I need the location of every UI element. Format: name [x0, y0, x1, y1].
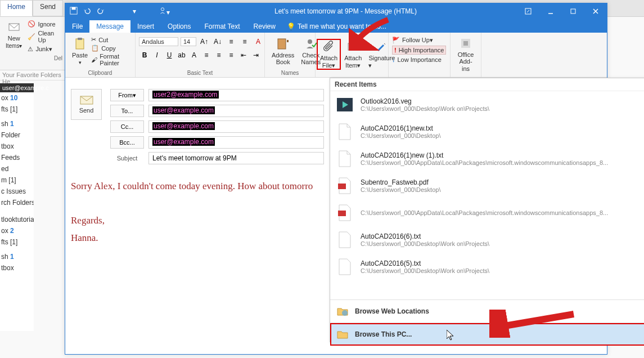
underline-button[interactable]: U	[164, 50, 175, 61]
font-color-button[interactable]: A	[253, 36, 264, 47]
format-text-tab[interactable]: Format Text	[197, 20, 246, 33]
shrink-font-button[interactable]: A↓	[212, 36, 223, 47]
subject-field[interactable]	[148, 152, 324, 164]
folder-item[interactable]: sh 1	[0, 118, 34, 129]
redo-icon[interactable]	[97, 7, 105, 16]
bcc-field[interactable]: user@example.com	[148, 136, 324, 149]
touch-mode-icon[interactable]: ▾	[159, 7, 170, 16]
svg-rect-10	[287, 40, 289, 42]
recent-item[interactable]: AutoCAD2016(1)new.txtC:\Users\xworl_000\…	[330, 118, 644, 145]
message-body[interactable]: Sorry Alex, I couldn't come today evenin…	[71, 178, 330, 247]
bcc-button[interactable]: Bcc...	[110, 136, 144, 149]
send-tab[interactable]: Send	[33, 0, 63, 16]
folder-item[interactable]: tbox	[0, 141, 34, 152]
account-1[interactable]: user@example.c	[0, 83, 34, 92]
new-items-button[interactable]: New Items▾	[2, 19, 25, 54]
svg-rect-6	[571, 9, 575, 14]
junk-button[interactable]: ⚠Junk▾	[25, 44, 62, 54]
format-painter-button[interactable]: 🖌 Format Painter	[91, 52, 132, 67]
to-button[interactable]: To...	[110, 105, 144, 117]
align-center-button[interactable]: ≡	[213, 50, 224, 61]
cc-button[interactable]: Cc...	[110, 120, 144, 133]
cleanup-button[interactable]: 🧹Clean Up	[25, 29, 62, 44]
svg-rect-15	[463, 41, 468, 46]
save-icon[interactable]	[70, 7, 78, 16]
ignore-button[interactable]: 🚫Ignore	[25, 19, 62, 29]
svg-rect-2	[72, 7, 76, 9]
folder-item[interactable]: ox 2	[0, 225, 34, 236]
svg-point-11	[308, 39, 312, 44]
ribbon: Paste ▾ ✂ Cut 📋 Copy 🖌 Format Painter Cl…	[65, 33, 607, 78]
qat-dropdown-icon[interactable]: ▾	[133, 7, 136, 15]
from-field[interactable]: user2@example.com	[148, 89, 324, 101]
folder-item[interactable]: c Issues	[0, 186, 34, 197]
web-folder-icon	[337, 306, 348, 317]
indent-more-button[interactable]: ⇥	[250, 50, 262, 61]
highlight-button[interactable]: ab	[176, 50, 187, 61]
recent-item[interactable]: AutoCAD2016(6).txtC:\Users\xworl_000\Des…	[330, 226, 644, 253]
numbering-button[interactable]: ≡	[239, 36, 250, 47]
low-importance-button[interactable]: ↓ Low Importance	[392, 56, 442, 64]
high-importance-button[interactable]: ! High Importance	[392, 46, 446, 55]
folder-icon	[337, 329, 348, 340]
folder-item[interactable]: ox 10	[0, 92, 34, 104]
recent-item[interactable]: Subentro_Fastweb.pdfC:\Users\xworl_000\D…	[330, 172, 644, 199]
folder-item[interactable]: rch Folders	[0, 197, 34, 208]
align-left-button[interactable]: ≡	[201, 50, 212, 61]
home-tab[interactable]: Home	[0, 0, 33, 16]
account-2[interactable]: tlooktutorial2@aol	[0, 214, 34, 225]
folder-item[interactable]: fts [1]	[0, 236, 34, 248]
file-tab[interactable]: File	[65, 20, 89, 33]
attach-file-button[interactable]: Attach File▾	[317, 39, 341, 69]
clipboard-group-label: Clipboard	[69, 69, 132, 76]
address-book-button[interactable]: Address Book	[268, 36, 298, 66]
font-name-select[interactable]: Andalus	[139, 37, 178, 46]
italic-button[interactable]: I	[151, 50, 163, 61]
options-tab[interactable]: Options	[161, 20, 197, 33]
message-tab[interactable]: Message	[89, 20, 130, 33]
bold-button[interactable]: B	[139, 50, 150, 61]
browse-pc-button[interactable]: Browse This PC...	[330, 323, 644, 346]
mouse-cursor-icon	[447, 330, 456, 341]
copy-button[interactable]: 📋 Copy	[91, 44, 132, 52]
main-toolbar-fragment: New Items▾ 🚫Ignore 🧹Clean Up ⚠Junk▾ Del	[0, 17, 65, 70]
review-tab[interactable]: Review	[247, 20, 282, 33]
folder-item[interactable]: fts [1]	[0, 104, 34, 115]
annotation-arrow-2	[489, 310, 579, 338]
ribbon-tabs: File Message Insert Options Format Text …	[65, 19, 607, 33]
recent-item[interactable]: AutoCAD2016(1)new (1).txtC:\Users\xworl_…	[330, 145, 644, 172]
svg-point-3	[161, 7, 164, 10]
folder-item[interactable]: tbox	[0, 262, 34, 274]
folder-item[interactable]: Feeds	[0, 152, 34, 163]
undo-icon[interactable]	[83, 7, 91, 16]
to-field[interactable]: user@example.com	[148, 105, 324, 117]
folder-item[interactable]: sh 1	[0, 251, 34, 262]
font-color2-button[interactable]: A	[188, 50, 200, 61]
folder-item[interactable]: Folder	[0, 129, 34, 141]
close-button[interactable]	[584, 3, 607, 19]
minimize-button[interactable]	[539, 3, 562, 19]
indent-less-button[interactable]: ⇤	[238, 50, 249, 61]
recent-item[interactable]: Outlook2016.vegC:\Users\xworl_000\Deskto…	[330, 91, 644, 118]
folder-item[interactable]: ed	[0, 163, 34, 174]
office-addins-button[interactable]: Office Add-ins	[454, 35, 478, 73]
font-size-select[interactable]: 14	[181, 37, 196, 46]
paste-button[interactable]: Paste ▾	[69, 36, 91, 66]
align-right-button[interactable]: ≡	[226, 50, 237, 61]
cut-button[interactable]: ✂ Cut	[91, 35, 132, 44]
send-button[interactable]: Send	[71, 89, 102, 120]
recent-item[interactable]: AutoCAD2016(5).txtC:\Users\xworl_000\Des…	[330, 253, 644, 280]
cc-field[interactable]: user@example.com	[148, 120, 324, 133]
folder-item[interactable]: m [1]	[0, 174, 34, 186]
follow-up-button[interactable]: 🚩 Follow Up▾	[392, 36, 433, 44]
pdf-file-icon	[336, 177, 354, 195]
insert-tab[interactable]: Insert	[130, 20, 161, 33]
ribbon-options-icon[interactable]	[517, 3, 539, 19]
browse-web-button[interactable]: Browse Web Locations ▸	[330, 300, 644, 323]
maximize-button[interactable]	[562, 3, 584, 19]
paperclip-icon	[322, 40, 336, 53]
recent-item[interactable]: C:\Users\xworl_000\AppData\Local\Package…	[330, 199, 644, 226]
grow-font-button[interactable]: A↑	[199, 36, 210, 47]
from-button[interactable]: From▾	[110, 89, 144, 101]
bullets-button[interactable]: ≡	[226, 36, 237, 47]
